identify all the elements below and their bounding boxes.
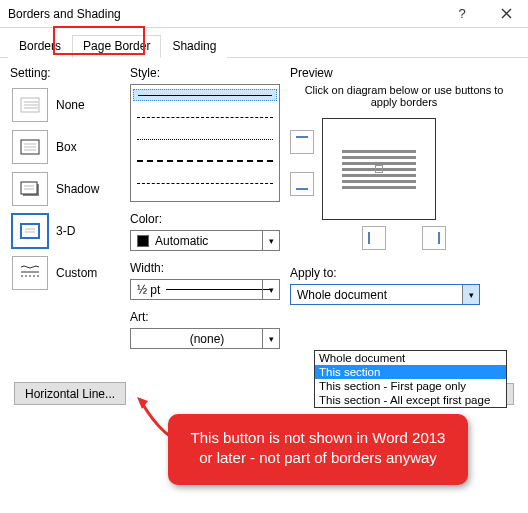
tab-strip: Borders Page Border Shading xyxy=(0,28,528,58)
window-title: Borders and Shading xyxy=(8,7,440,21)
preview-label: Preview xyxy=(290,66,518,80)
horizontal-line-button[interactable]: Horizontal Line... xyxy=(14,382,126,405)
color-label: Color: xyxy=(130,212,280,226)
border-top-button[interactable] xyxy=(290,130,314,154)
apply-to-option[interactable]: This section xyxy=(315,365,506,379)
title-bar: Borders and Shading ? xyxy=(0,0,528,28)
color-swatch-icon xyxy=(137,235,149,247)
style-option[interactable] xyxy=(133,111,277,123)
preview-hint: Click on diagram below or use buttons to… xyxy=(290,84,518,108)
preview-diagram[interactable] xyxy=(322,118,436,220)
art-label: Art: xyxy=(130,310,280,324)
setting-3d[interactable]: 3-D xyxy=(10,210,120,252)
apply-to-option[interactable]: This section - All except first page xyxy=(315,393,506,407)
setting-none[interactable]: None xyxy=(10,84,120,126)
apply-to-option[interactable]: This section - First page only xyxy=(315,379,506,393)
setting-label: Setting: xyxy=(10,66,120,80)
style-option[interactable] xyxy=(133,155,277,167)
style-option[interactable] xyxy=(133,89,277,101)
setting-custom-icon xyxy=(12,256,48,290)
chevron-down-icon: ▾ xyxy=(262,329,279,348)
setting-box-icon xyxy=(12,130,48,164)
setting-custom[interactable]: Custom xyxy=(10,252,120,294)
art-dropdown[interactable]: (none) ▾ xyxy=(130,328,280,349)
style-label: Style: xyxy=(130,66,280,80)
width-label: Width: xyxy=(130,261,280,275)
chevron-down-icon: ▾ xyxy=(262,280,279,299)
apply-to-option[interactable]: Whole document xyxy=(315,351,506,365)
tab-shading[interactable]: Shading xyxy=(161,35,227,58)
style-option[interactable] xyxy=(133,133,277,145)
help-button[interactable]: ? xyxy=(440,0,484,28)
tab-borders[interactable]: Borders xyxy=(8,35,72,58)
close-button[interactable] xyxy=(484,0,528,28)
border-left-button[interactable] xyxy=(362,226,386,250)
width-sample-icon xyxy=(166,289,271,290)
setting-3d-icon xyxy=(12,214,48,248)
chevron-down-icon: ▾ xyxy=(262,231,279,250)
setting-shadow[interactable]: Shadow xyxy=(10,168,120,210)
tab-page-border[interactable]: Page Border xyxy=(72,35,161,58)
setting-shadow-icon xyxy=(12,172,48,206)
apply-to-dropdown-list[interactable]: Whole document This section This section… xyxy=(314,350,507,408)
svg-rect-12 xyxy=(21,224,39,238)
svg-rect-9 xyxy=(21,182,37,194)
style-list[interactable] xyxy=(130,84,280,202)
page-lines-icon xyxy=(342,147,416,192)
apply-to-dropdown[interactable]: Whole document ▾ xyxy=(290,284,480,305)
border-right-button[interactable] xyxy=(422,226,446,250)
setting-box[interactable]: Box xyxy=(10,126,120,168)
annotation-callout: This button is not shown in Word 2013 or… xyxy=(168,414,468,485)
style-option[interactable] xyxy=(133,177,277,189)
color-dropdown[interactable]: Automatic ▾ xyxy=(130,230,280,251)
border-bottom-button[interactable] xyxy=(290,172,314,196)
close-icon xyxy=(501,8,512,19)
chevron-down-icon: ▾ xyxy=(462,285,479,304)
apply-to-label: Apply to: xyxy=(290,266,518,280)
width-dropdown[interactable]: ½ pt ▾ xyxy=(130,279,280,300)
setting-none-icon xyxy=(12,88,48,122)
